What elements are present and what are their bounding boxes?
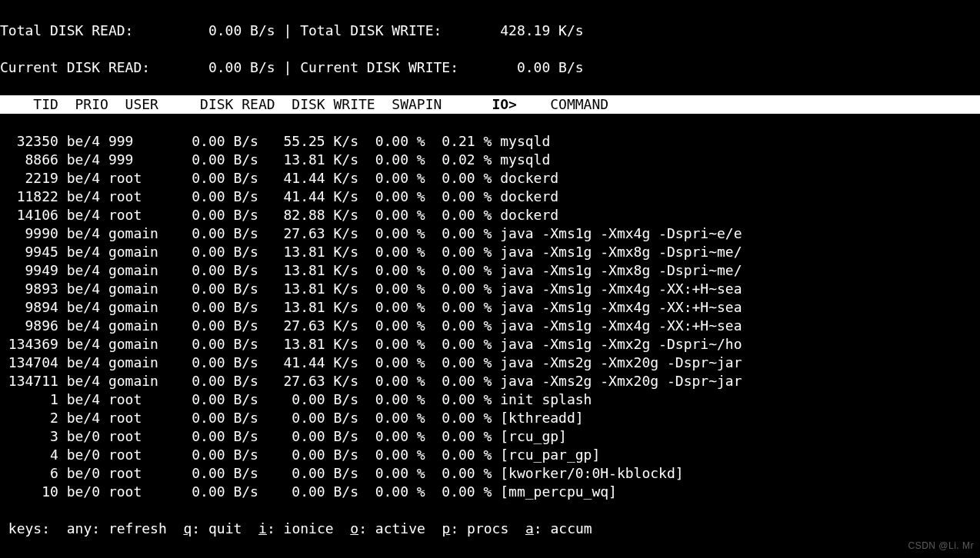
watermark: CSDN @Li. Mr [908,536,974,555]
process-row[interactable]: 134704 be/4 gomain 0.00 B/s 41.44 K/s 0.… [0,354,980,372]
process-row[interactable]: 2219 be/4 root 0.00 B/s 41.44 K/s 0.00 %… [0,169,980,188]
summary-line-2: Current DISK READ: 0.00 B/s | Current DI… [0,58,980,77]
process-row[interactable]: 14106 be/4 root 0.00 B/s 82.88 K/s 0.00 … [0,206,980,224]
process-row[interactable]: 9893 be/4 gomain 0.00 B/s 13.81 K/s 0.00… [0,280,980,298]
process-row[interactable]: 4 be/0 root 0.00 B/s 0.00 B/s 0.00 % 0.0… [0,446,980,464]
process-row[interactable]: 134369 be/4 gomain 0.00 B/s 13.81 K/s 0.… [0,335,980,354]
process-row[interactable]: 2 be/4 root 0.00 B/s 0.00 B/s 0.00 % 0.0… [0,409,980,427]
process-row[interactable]: 9949 be/4 gomain 0.00 B/s 13.81 K/s 0.00… [0,261,980,280]
process-row[interactable]: 9894 be/4 gomain 0.00 B/s 13.81 K/s 0.00… [0,298,980,317]
process-row[interactable]: 10 be/0 root 0.00 B/s 0.00 B/s 0.00 % 0.… [0,483,980,501]
process-row[interactable]: 32350 be/4 999 0.00 B/s 55.25 K/s 0.00 %… [0,132,980,151]
process-row[interactable]: 3 be/0 root 0.00 B/s 0.00 B/s 0.00 % 0.0… [0,427,980,446]
column-header[interactable]: TID PRIO USER DISK READ DISK WRITE SWAPI… [0,95,980,114]
help-keys-line: keys: any: refresh q: quit i: ionice o: … [0,520,980,538]
process-row[interactable]: 9896 be/4 gomain 0.00 B/s 27.63 K/s 0.00… [0,317,980,335]
process-row[interactable]: 6 be/0 root 0.00 B/s 0.00 B/s 0.00 % 0.0… [0,464,980,483]
summary-line-1: Total DISK READ: 0.00 B/s | Total DISK W… [0,22,980,40]
process-row[interactable]: 134711 be/4 gomain 0.00 B/s 27.63 K/s 0.… [0,372,980,390]
process-row[interactable]: 11822 be/4 root 0.00 B/s 41.44 K/s 0.00 … [0,188,980,206]
process-row[interactable]: 9945 be/4 gomain 0.00 B/s 13.81 K/s 0.00… [0,243,980,261]
process-row[interactable]: 1 be/4 root 0.00 B/s 0.00 B/s 0.00 % 0.0… [0,390,980,409]
iotop-screen: Total DISK READ: 0.00 B/s | Total DISK W… [0,0,980,558]
process-row[interactable]: 9990 be/4 gomain 0.00 B/s 27.63 K/s 0.00… [0,224,980,243]
process-row[interactable]: 8866 be/4 999 0.00 B/s 13.81 K/s 0.00 % … [0,151,980,169]
process-list: 32350 be/4 999 0.00 B/s 55.25 K/s 0.00 %… [0,132,980,501]
